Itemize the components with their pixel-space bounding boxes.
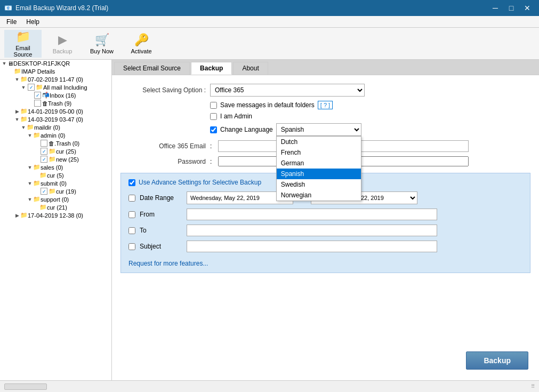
advanced-checkbox[interactable]	[128, 179, 135, 186]
checkbox-allmail[interactable]: ✓	[28, 84, 35, 91]
lang-item-norwegian[interactable]: Norwegian	[277, 190, 361, 201]
folder-icon-date4: 📁	[20, 212, 28, 219]
lang-item-german[interactable]: German	[277, 158, 361, 169]
expander-cur21[interactable]	[33, 204, 39, 211]
tab-select-email-source[interactable]: Select Email Source	[114, 62, 190, 75]
to-checkbox[interactable]	[128, 227, 135, 234]
folder-icon-support: 📁	[33, 196, 41, 203]
help-link[interactable]: [ ? ]	[318, 101, 333, 109]
change-language-checkbox[interactable]	[210, 126, 217, 133]
date-range-checkbox[interactable]	[128, 195, 135, 202]
folder-icon-sales: 📁	[33, 164, 41, 171]
backup-button[interactable]: Backup	[466, 351, 528, 370]
tree-item-cur5[interactable]: 📁 cur (5)	[0, 171, 111, 179]
folder-icon-cur19: 📁	[49, 188, 56, 195]
request-link[interactable]: Request for more features...	[128, 260, 208, 267]
expander-inbox[interactable]	[27, 92, 33, 99]
tree-item-admin[interactable]: ▼ 📁 admin (0)	[0, 131, 111, 139]
title-bar-title: Email Backup Wizard v8.2 (Trial)	[15, 4, 108, 12]
tree-label-date3: 14-03-2019 03-47 (0)	[28, 116, 83, 123]
expander-cur5[interactable]	[33, 172, 39, 179]
expander-support[interactable]: ▼	[27, 196, 33, 203]
expander-maildir[interactable]: ▼	[20, 124, 27, 131]
expander-new25[interactable]	[33, 156, 39, 163]
title-bar-controls: ─ □ ✕	[488, 3, 535, 13]
tab-about[interactable]: About	[233, 62, 268, 75]
expander-cur25[interactable]	[33, 148, 39, 155]
tree-item-date1[interactable]: ▼ 📁 07-02-2019 11-47 (0)	[0, 75, 111, 83]
menu-help[interactable]: Help	[22, 17, 44, 27]
menu-file[interactable]: File	[2, 17, 21, 27]
lang-item-french[interactable]: French	[277, 147, 361, 158]
checkbox-inbox[interactable]: ✓	[34, 92, 41, 99]
saving-option-select[interactable]: Office 365 Gmail Yahoo Hotmail IMAP	[210, 84, 365, 97]
expander-allmail[interactable]: ▼	[20, 84, 27, 91]
checkbox-cur19[interactable]: ✓	[41, 188, 47, 195]
buy-now-label: Buy Now	[90, 48, 114, 54]
tree-item-trashsub[interactable]: 🗑 .Trash (0)	[0, 139, 111, 147]
tree-item-maildir[interactable]: ▼ 📁 maildir (0)	[0, 123, 111, 131]
email-colon: :	[210, 142, 212, 150]
close-button[interactable]: ✕	[520, 3, 535, 13]
lang-item-dutch[interactable]: Dutch	[277, 137, 361, 147]
from-input[interactable]	[187, 209, 437, 220]
tree-item-desktop[interactable]: ▼ 🖥 DESKTOP-R1FJKQR	[0, 60, 111, 67]
trash-icon: 🗑	[42, 100, 48, 107]
subject-checkbox[interactable]	[128, 243, 135, 250]
tree-item-cur19[interactable]: ✓ 📁 cur (19)	[0, 187, 111, 195]
tree-item-cur25[interactable]: ✓ 📁 cur (25)	[0, 147, 111, 155]
expander-date4[interactable]: ▶	[14, 212, 20, 219]
expander-cur19[interactable]	[33, 188, 39, 195]
save-messages-checkbox[interactable]	[210, 102, 217, 109]
expander-sales[interactable]: ▼	[27, 164, 33, 171]
checkbox-cur25[interactable]: ✓	[41, 148, 47, 155]
tree-item-sales[interactable]: ▼ 📁 sales (0)	[0, 163, 111, 171]
maximize-button[interactable]: □	[504, 3, 519, 13]
tree-item-date2[interactable]: ▶ 📁 14-01-2019 05-00 (0)	[0, 107, 111, 115]
email-source-button[interactable]: 📁 Email Source	[4, 30, 42, 58]
tab-backup[interactable]: Backup	[191, 62, 232, 75]
tree-item-inbox[interactable]: ✓ 📬 Inbox (16)	[0, 91, 111, 99]
expander-imap[interactable]	[7, 68, 14, 75]
subject-input[interactable]	[187, 241, 437, 252]
tree-item-trash[interactable]: 🗑 Trash (9)	[0, 99, 111, 107]
expander-trashsub[interactable]	[33, 140, 39, 147]
tree-item-date4[interactable]: ▶ 📁 17-04-2019 12-38 (0)	[0, 211, 111, 219]
to-input[interactable]	[187, 225, 437, 236]
expander-date1[interactable]: ▼	[14, 76, 20, 83]
buy-now-button[interactable]: 🛒 Buy Now	[83, 30, 120, 58]
status-scrollbar[interactable]	[4, 383, 47, 390]
tree-item-submit[interactable]: ▼ 📁 submit (0)	[0, 179, 111, 187]
folder-icon-date2: 📁	[20, 108, 28, 115]
tree-item-cur21[interactable]: 📁 cur (21)	[0, 203, 111, 211]
lang-item-swedish[interactable]: Swedish	[277, 179, 361, 190]
language-select[interactable]: Spanish	[276, 123, 361, 136]
expander-admin[interactable]: ▼	[27, 132, 33, 139]
activate-button[interactable]: 🔑 Activate	[123, 30, 160, 58]
content-area: Select Email Source Backup About Select …	[112, 60, 539, 380]
backup-button-toolbar[interactable]: ▶ Backup	[44, 30, 81, 58]
save-messages-row: Save messages in default folders [ ? ]	[210, 101, 530, 109]
expander-date2[interactable]: ▶	[14, 108, 20, 115]
lang-item-spanish[interactable]: Spanish	[277, 169, 361, 179]
activate-label: Activate	[131, 48, 151, 54]
expander-desktop[interactable]: ▼	[1, 60, 7, 67]
minimize-button[interactable]: ─	[488, 3, 503, 13]
from-checkbox[interactable]	[128, 211, 135, 218]
main-layout: ▼ 🖥 DESKTOP-R1FJKQR 📁 IMAP Details ▼ 📁 0…	[0, 60, 539, 380]
checkbox-new25[interactable]: ✓	[41, 156, 47, 163]
expander-date3[interactable]: ▼	[14, 116, 20, 123]
tree-item-support[interactable]: ▼ 📁 support (0)	[0, 195, 111, 203]
admin-row: I am Admin	[210, 113, 530, 120]
checkbox-trash[interactable]	[34, 100, 41, 107]
tree-item-date3[interactable]: ▼ 📁 14-03-2019 03-47 (0)	[0, 115, 111, 123]
folder-icon-cur25: 📁	[49, 148, 56, 155]
tree-item-new25[interactable]: ✓ 📁 new (25)	[0, 155, 111, 163]
expander-submit[interactable]: ▼	[27, 180, 33, 187]
checkbox-trashsub[interactable]	[41, 140, 47, 147]
admin-label: I am Admin	[220, 113, 252, 120]
tree-item-imap[interactable]: 📁 IMAP Details	[0, 67, 111, 75]
expander-trash[interactable]	[27, 100, 33, 107]
admin-checkbox[interactable]	[210, 113, 217, 120]
tree-item-allmail[interactable]: ▼ ✓ 📁 All mail Including	[0, 83, 111, 91]
